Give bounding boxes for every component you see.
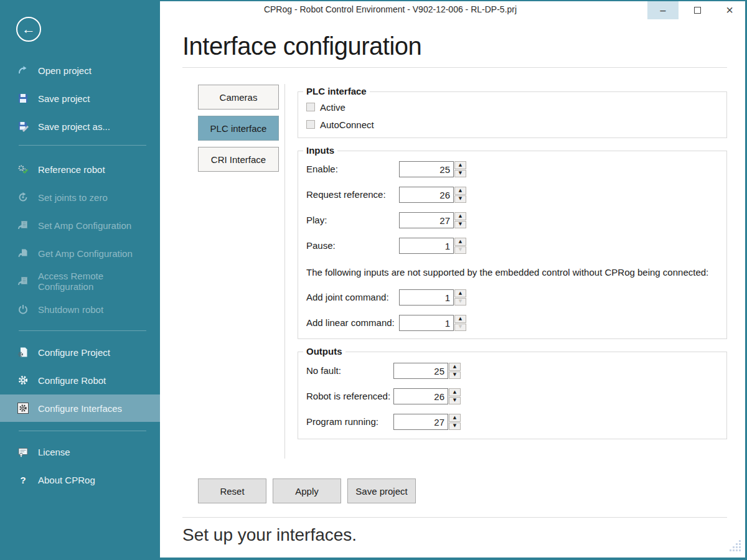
sidebar-item-access-remote-configuration[interactable]: Access Remote Configuration [0, 268, 160, 295]
sidebar-item-label: Shutdown robot [38, 304, 103, 315]
footer-divider [182, 517, 727, 518]
autoconnect-checkbox[interactable] [306, 120, 315, 129]
spin-up-icon: ▲ [459, 163, 462, 167]
spin-up-icon: ▲ [453, 390, 456, 394]
add-linear-command-spinner: ▲ ▼ [399, 315, 466, 331]
spin-down-button[interactable]: ▼ [449, 422, 461, 431]
maximize-button[interactable] [682, 1, 713, 19]
panel-divider [284, 84, 285, 459]
spin-up-button[interactable]: ▲ [454, 289, 466, 297]
spin-up-button[interactable]: ▲ [449, 363, 461, 371]
shutdown-icon [17, 304, 29, 315]
sidebar-item-label: Reference robot [38, 164, 105, 175]
enable-input[interactable] [399, 161, 454, 177]
tab-plc-interface[interactable]: PLC interface [198, 116, 279, 141]
add-joint-command-input[interactable] [399, 289, 454, 306]
spin-down-icon: ▼ [453, 373, 456, 377]
no-fault-input[interactable] [393, 363, 448, 379]
sidebar-item-label: Access Remote Configuration [38, 271, 160, 292]
sidebar-separator [19, 431, 146, 431]
sidebar-item-license[interactable]: License [0, 438, 160, 465]
field-label: No fault: [306, 365, 341, 376]
apply-button[interactable]: Apply [273, 478, 341, 503]
spin-down-button[interactable]: ▼ [449, 397, 461, 405]
no-fault-row: No fault: ▲ ▼ [298, 363, 709, 379]
sidebar-item-label: Configure Robot [38, 375, 106, 386]
play-row: Play: ▲ ▼ [298, 212, 709, 228]
pause-spinner: ▲ ▼ [399, 238, 466, 254]
add-joint-command-spinner: ▲ ▼ [399, 289, 466, 306]
sidebar-item-label: License [38, 447, 70, 457]
add-linear-command-input[interactable] [399, 315, 454, 331]
spin-up-button[interactable]: ▲ [449, 388, 461, 396]
spin-down-icon: ▼ [453, 424, 456, 428]
spin-up-button[interactable]: ▲ [454, 187, 466, 195]
spin-down-button: ▼ [454, 298, 466, 306]
minimize-button[interactable]: – [647, 1, 679, 19]
request-reference-input[interactable] [399, 187, 454, 203]
inputs-groupbox: Inputs Enable: ▲ ▼ Request reference: ▲ … [298, 151, 727, 339]
program-running-input[interactable] [393, 414, 448, 430]
open-project-icon [17, 65, 29, 76]
spin-up-button[interactable]: ▲ [454, 161, 466, 169]
close-button[interactable]: × [714, 1, 745, 19]
sidebar-item-save-project[interactable]: Save project [0, 85, 160, 112]
spin-up-button[interactable]: ▲ [454, 238, 466, 246]
outputs-groupbox: Outputs No fault: ▲ ▼ Robot is reference… [298, 352, 727, 439]
sidebar-item-label: Set joints to zero [38, 192, 108, 203]
checkbox-label: AutoConnect [320, 119, 374, 130]
field-label: Request reference: [306, 189, 386, 200]
robot-is-referenced-row: Robot is referenced: ▲ ▼ [298, 388, 709, 404]
tab-cri-interface[interactable]: CRI Interface [198, 147, 279, 172]
sidebar-item-about-cprog[interactable]: ? About CPRog [0, 466, 160, 493]
groupbox-legend: PLC interface [303, 86, 370, 96]
sidebar-item-save-project-as[interactable]: Save project as... [0, 113, 160, 140]
save-project-button[interactable]: Save project [347, 478, 416, 503]
spin-down-button[interactable]: ▼ [454, 221, 466, 229]
program-running-row: Program running: ▲ ▼ [298, 414, 709, 430]
sidebar-item-set-amp-configuration[interactable]: Set Amp Configuration [0, 212, 160, 239]
spin-down-button[interactable]: ▼ [449, 371, 461, 380]
sidebar-item-label: Configure Project [38, 347, 110, 358]
configure-robot-icon [17, 375, 29, 386]
spin-down-button[interactable]: ▼ [454, 195, 466, 203]
reset-button[interactable]: Reset [198, 478, 266, 503]
resize-grip[interactable] [730, 540, 742, 553]
spin-up-button[interactable]: ▲ [454, 212, 466, 220]
spin-up-button[interactable]: ▲ [454, 315, 466, 323]
back-arrow-icon: ← [22, 21, 35, 37]
sidebar-item-set-joints-to-zero[interactable]: Set joints to zero [0, 184, 160, 211]
play-input[interactable] [399, 212, 454, 228]
tab-label: PLC interface [210, 123, 267, 134]
license-icon [17, 446, 29, 457]
sidebar-item-label: Configure Interfaces [38, 403, 122, 414]
spin-up-icon: ▲ [459, 240, 462, 244]
sidebar-item-configure-interfaces[interactable]: Configure Interfaces [0, 394, 160, 422]
spin-up-button[interactable]: ▲ [449, 414, 461, 422]
sidebar-item-reference-robot[interactable]: Reference robot [0, 156, 160, 183]
sidebar-item-label: Save project as... [38, 121, 110, 132]
sidebar-item-get-amp-configuration[interactable]: Get Amp Configuration [0, 240, 160, 267]
set-joints-zero-icon [17, 192, 29, 203]
spin-up-icon: ▲ [459, 291, 462, 296]
sidebar-item-shutdown-robot[interactable]: Shutdown robot [0, 296, 160, 323]
spin-up-icon: ▲ [453, 416, 456, 420]
pause-row: Pause: ▲ ▼ [298, 238, 709, 254]
field-label: Pause: [306, 240, 336, 251]
spin-down-button[interactable]: ▼ [454, 170, 466, 178]
sidebar-item-configure-project[interactable]: Configure Project [0, 338, 160, 366]
sidebar-item-configure-robot[interactable]: Configure Robot [0, 366, 160, 394]
title-divider [182, 67, 727, 68]
spin-up-icon: ▲ [453, 365, 456, 369]
active-checkbox[interactable] [306, 103, 315, 111]
tab-cameras[interactable]: Cameras [198, 85, 279, 110]
sidebar-item-open-project[interactable]: Open project [0, 57, 160, 84]
configure-project-icon [17, 347, 29, 358]
spin-down-icon: ▼ [459, 325, 462, 329]
access-remote-configuration-icon [17, 276, 29, 287]
back-button[interactable]: ← [16, 17, 41, 42]
pause-input[interactable] [399, 238, 454, 254]
add-joint-command-row: Add joint command: ▲ ▼ [298, 289, 709, 306]
robot-is-referenced-input[interactable] [393, 388, 448, 404]
sidebar-separator [19, 330, 146, 331]
